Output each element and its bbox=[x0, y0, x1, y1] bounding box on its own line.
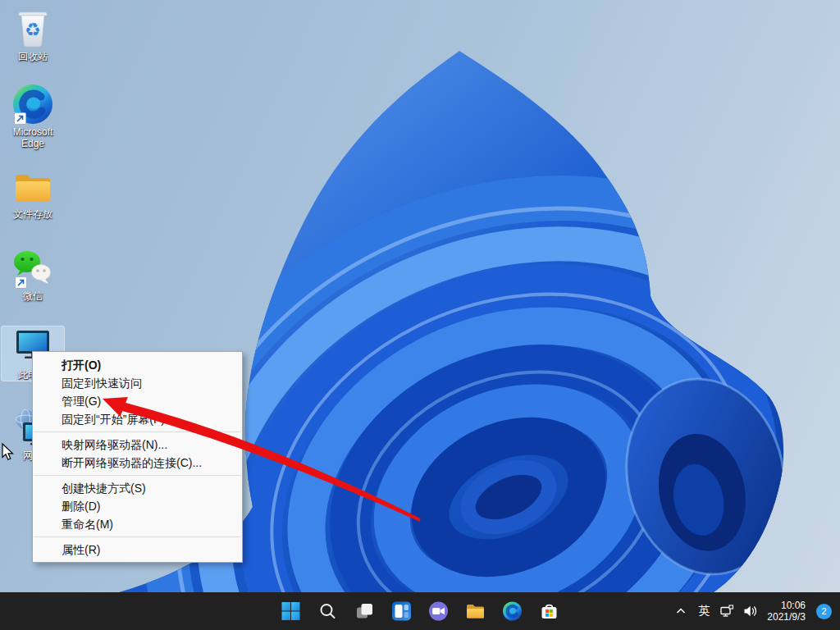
svg-text:♻: ♻ bbox=[25, 20, 41, 40]
context-menu-item[interactable]: 管理(G) bbox=[33, 392, 242, 410]
shortcut-arrow-icon bbox=[15, 276, 27, 289]
context-menu-item[interactable]: 删除(D) bbox=[33, 497, 242, 515]
context-menu-item[interactable]: 映射网络驱动器(N)... bbox=[33, 436, 242, 454]
file-explorer-icon bbox=[466, 601, 486, 621]
context-menu-item[interactable]: 打开(O) bbox=[33, 356, 242, 374]
task-view-icon bbox=[356, 602, 374, 620]
edge-taskbar-button[interactable] bbox=[496, 595, 529, 628]
desktop-icon-file-folder[interactable]: 文件存放 bbox=[2, 167, 64, 220]
icon-label: 回收站 bbox=[2, 51, 64, 62]
menu-separator bbox=[34, 475, 241, 476]
context-menu-item[interactable]: 固定到“开始”屏幕(P) bbox=[33, 410, 242, 428]
desktop: { "desktop": { "icons": [ {"label": "回收站… bbox=[0, 0, 840, 630]
task-view-button[interactable] bbox=[349, 595, 381, 628]
context-menu-item[interactable]: 固定到快速访问 bbox=[33, 374, 242, 392]
windows-logo-icon bbox=[281, 601, 301, 621]
system-tray: 英 10:06 2021/9/3 2 bbox=[672, 592, 840, 630]
search-icon bbox=[319, 602, 337, 620]
taskbar: 英 10:06 2021/9/3 2 bbox=[0, 592, 840, 630]
widgets-button[interactable] bbox=[386, 595, 418, 628]
notification-badge[interactable]: 2 bbox=[816, 604, 832, 619]
icon-label: Microsoft Edge bbox=[2, 126, 64, 149]
widgets-icon bbox=[392, 601, 412, 621]
icon-label: 文件存放 bbox=[2, 208, 64, 220]
recycle-bin-icon: ♻ bbox=[14, 8, 52, 49]
chat-button[interactable] bbox=[422, 595, 455, 628]
date-text: 2021/9/3 bbox=[767, 611, 806, 623]
desktop-icon-edge[interactable]: Microsoft Edge bbox=[2, 84, 64, 149]
volume-icon[interactable] bbox=[741, 602, 759, 620]
chat-icon bbox=[429, 601, 449, 621]
time-text: 10:06 bbox=[767, 600, 806, 612]
context-menu-item[interactable]: 断开网络驱动器的连接(C)... bbox=[33, 454, 242, 472]
clock[interactable]: 10:06 2021/9/3 bbox=[767, 600, 806, 623]
tray-chevron-up-icon[interactable] bbox=[672, 602, 690, 620]
search-button[interactable] bbox=[312, 595, 345, 628]
folder-icon bbox=[14, 171, 52, 203]
menu-separator bbox=[34, 536, 241, 537]
file-explorer-button[interactable] bbox=[459, 595, 492, 628]
icon-label: 微信 bbox=[2, 290, 64, 302]
context-menu-item[interactable]: 创建快捷方式(S) bbox=[33, 479, 242, 497]
edge-icon bbox=[503, 601, 523, 621]
network-tray-icon[interactable] bbox=[718, 602, 736, 620]
store-icon bbox=[540, 601, 559, 621]
desktop-icon-recycle-bin[interactable]: ♻ 回收站 bbox=[2, 8, 64, 62]
context-menu: 打开(O)固定到快速访问管理(G)固定到“开始”屏幕(P)映射网络驱动器(N).… bbox=[32, 351, 243, 563]
menu-separator bbox=[34, 431, 241, 432]
desktop-icon-wechat[interactable]: 微信 bbox=[2, 248, 64, 302]
shortcut-arrow-icon bbox=[14, 112, 26, 125]
ime-indicator[interactable]: 英 bbox=[695, 604, 713, 619]
start-button[interactable] bbox=[275, 595, 308, 628]
context-menu-item[interactable]: 重命名(M) bbox=[33, 515, 242, 533]
store-button[interactable] bbox=[533, 595, 566, 628]
context-menu-item[interactable]: 属性(R) bbox=[33, 541, 242, 559]
